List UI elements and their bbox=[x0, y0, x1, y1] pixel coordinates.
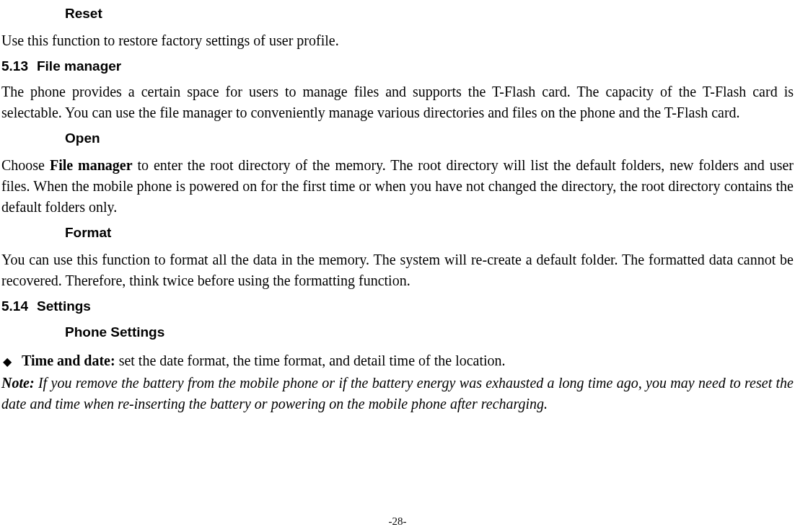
section-file-manager: 5.13File manager bbox=[1, 58, 794, 74]
heading-format: Format bbox=[65, 225, 794, 241]
heading-phone-settings: Phone Settings bbox=[65, 324, 794, 340]
section-settings: 5.14Settings bbox=[1, 298, 794, 314]
paragraph-format: You can use this function to format all … bbox=[1, 249, 794, 291]
section-title-settings: Settings bbox=[37, 298, 91, 314]
note-body: If you remove the battery from the mobil… bbox=[1, 375, 794, 412]
bullet-label-time-date: Time and date: bbox=[22, 353, 115, 368]
paragraph-reset: Use this function to restore factory set… bbox=[1, 30, 794, 51]
page-number: -28- bbox=[0, 515, 795, 528]
open-prefix: Choose bbox=[1, 157, 50, 173]
heading-reset: Reset bbox=[65, 6, 794, 22]
note-paragraph: Note: If you remove the battery from the… bbox=[1, 373, 794, 414]
section-title-file-manager: File manager bbox=[37, 58, 121, 74]
bullet-time-and-date: ◆Time and date: set the date format, the… bbox=[1, 350, 794, 371]
paragraph-open: Choose File manager to enter the root di… bbox=[1, 155, 794, 218]
note-label: Note: bbox=[1, 375, 35, 391]
heading-open: Open bbox=[65, 130, 794, 146]
diamond-bullet-icon: ◆ bbox=[1, 353, 22, 370]
bullet-text-time-date: set the date format, the time format, an… bbox=[115, 353, 506, 368]
section-number-file-manager: 5.13 bbox=[1, 58, 28, 74]
section-number-settings: 5.14 bbox=[1, 298, 28, 314]
open-bold-term: File manager bbox=[50, 157, 133, 173]
paragraph-file-manager: The phone provides a certain space for u… bbox=[1, 81, 794, 123]
